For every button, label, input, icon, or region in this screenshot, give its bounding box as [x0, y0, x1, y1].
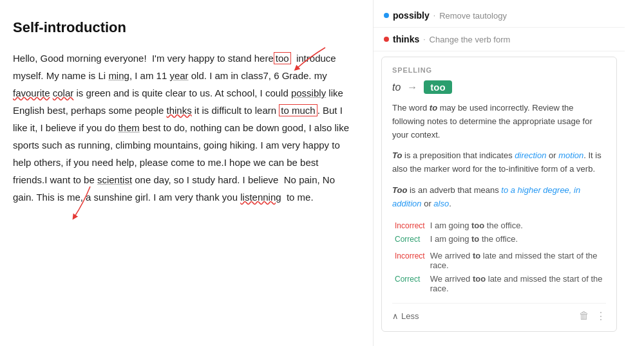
example-text-2: I am going to the office. [428, 232, 606, 246]
label-incorrect-1: Incorrect [395, 221, 425, 230]
left-panel: Self-introduction Hello, Good morning ev… [0, 0, 374, 346]
suggestion-possibly[interactable]: possibly · Remove tautology [374, 4, 625, 28]
example-text-4: We arrived too late and missed the start… [428, 272, 606, 295]
suggestion-word-thinks: thinks [393, 34, 419, 44]
example-row-3: Incorrect We arrived to late and missed … [392, 246, 606, 272]
example-row-4: Correct We arrived too late and missed t… [392, 272, 606, 295]
less-label: Less [401, 311, 419, 321]
highlighted-too: too [274, 52, 291, 64]
more-icon[interactable]: ⋮ [596, 310, 606, 322]
sep-possibly: · [433, 11, 435, 20]
correction-arrow: → [407, 82, 417, 93]
arrow-annotation-1 [290, 44, 341, 77]
card-desc-1: The word to may be used incorrectly. Rev… [392, 102, 606, 141]
underline-scientist: scientist [97, 174, 132, 185]
underline-possibly: possibly [291, 87, 326, 98]
dot-possibly [384, 13, 389, 18]
suggestion-word-possibly: possibly [393, 10, 430, 21]
underline-colar: colar [53, 87, 74, 98]
underline-year: year [169, 70, 188, 81]
examples-table: Incorrect I am going too the office. Cor… [392, 219, 606, 295]
card-desc-2: To is a preposition that indicates direc… [392, 149, 606, 176]
spelling-label: SPELLING [392, 66, 606, 74]
card-footer: ∧ Less 🗑 ⋮ [392, 303, 606, 322]
underline-thinks: thinks [166, 105, 191, 116]
footer-icons: 🗑 ⋮ [579, 310, 606, 322]
underline-them: them [118, 122, 139, 133]
main-text-container: Hello, Good morning everyone! I'm very h… [13, 50, 355, 206]
suggestion-desc-thinks: Change the verb form [430, 35, 511, 44]
right-panel: possibly · Remove tautology thinks · Cha… [374, 0, 625, 346]
label-correct-4: Correct [395, 275, 420, 284]
arrow-annotation-2 [71, 187, 122, 225]
delete-icon[interactable]: 🗑 [579, 310, 589, 322]
label-incorrect-3: Incorrect [395, 251, 425, 260]
suggestion-thinks[interactable]: thinks · Change the verb form [374, 28, 625, 51]
label-correct-2: Correct [395, 235, 420, 244]
chevron-up-icon: ∧ [392, 311, 399, 321]
card-desc-3: Too is an adverb that means to a higher … [392, 184, 606, 211]
suggestion-desc-possibly: Remove tautology [439, 11, 507, 21]
correction-row: to → too [392, 80, 606, 94]
underline-listenning: listenning [240, 192, 281, 203]
essay-text: Hello, Good morning everyone! I'm very h… [13, 50, 355, 206]
less-button[interactable]: ∧ Less [392, 311, 419, 321]
sep-thinks: · [423, 35, 425, 44]
underline-favourite: favourite [13, 87, 50, 98]
example-row-2: Correct I am going to the office. [392, 232, 606, 246]
example-text-3: We arrived to late and missed the start … [428, 246, 606, 272]
page-title: Self-introduction [13, 15, 355, 41]
dot-thinks [384, 37, 389, 42]
underline-ming: ming [108, 70, 129, 81]
correction-from: to [392, 82, 401, 93]
highlighted-to-much: to much [279, 104, 317, 116]
example-row-1: Incorrect I am going too the office. [392, 219, 606, 232]
correction-to: too [424, 80, 451, 94]
expanded-card: SPELLING to → too The word to may be use… [381, 57, 617, 332]
example-text-1: I am going too the office. [428, 219, 606, 232]
